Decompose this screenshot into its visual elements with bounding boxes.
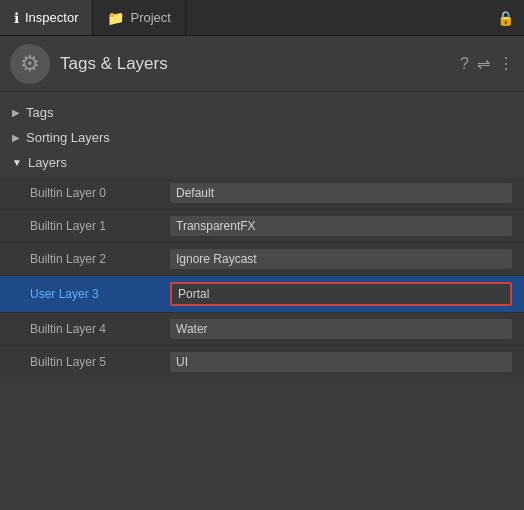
project-icon: 📁 [107,10,124,26]
layer-label-2: Builtin Layer 2 [30,252,170,266]
inspector-header: ⚙ Tags & Layers ? ⇌ ⋮ [0,36,524,92]
layers-arrow: ▼ [12,157,22,168]
layer-label-3: User Layer 3 [30,287,170,301]
layers-label: Layers [28,155,67,170]
tab-project-label: Project [130,10,170,25]
tab-bar: ℹ Inspector 📁 Project 🔒 [0,0,524,36]
help-button[interactable]: ? [460,55,469,73]
layer-label-5: Builtin Layer 5 [30,355,170,369]
layer-row-5[interactable]: Builtin Layer 5 [0,346,524,378]
tab-project[interactable]: 📁 Project [93,0,185,35]
layer-label-1: Builtin Layer 1 [30,219,170,233]
header-title: Tags & Layers [60,54,460,74]
gear-icon: ⚙ [10,44,50,84]
more-button[interactable]: ⋮ [498,54,514,73]
lock-icon: 🔒 [497,10,514,26]
layer-value-1[interactable] [170,216,512,236]
tab-inspector-label: Inspector [25,10,78,25]
layer-row-2[interactable]: Builtin Layer 2 [0,243,524,276]
layer-row-0[interactable]: Builtin Layer 0 [0,177,524,210]
tab-inspector[interactable]: ℹ Inspector [0,0,93,35]
layer-value-4[interactable] [170,319,512,339]
layer-row-3[interactable]: User Layer 3 [0,276,524,313]
inspector-content: ▶ Tags ▶ Sorting Layers ▼ Layers Builtin… [0,92,524,388]
layer-row-1[interactable]: Builtin Layer 1 [0,210,524,243]
layer-table: Builtin Layer 0 Builtin Layer 1 Builtin … [0,177,524,378]
layer-label-4: Builtin Layer 4 [30,322,170,336]
section-tags[interactable]: ▶ Tags [0,100,524,125]
section-layers[interactable]: ▼ Layers [0,150,524,175]
tags-arrow: ▶ [12,107,20,118]
tags-label: Tags [26,105,53,120]
layer-value-2[interactable] [170,249,512,269]
header-actions: ? ⇌ ⋮ [460,54,514,73]
layer-row-4[interactable]: Builtin Layer 4 [0,313,524,346]
layer-value-0[interactable] [170,183,512,203]
layer-value-3[interactable] [170,282,512,306]
layer-label-0: Builtin Layer 0 [30,186,170,200]
lock-button[interactable]: 🔒 [487,0,524,35]
section-sorting-layers[interactable]: ▶ Sorting Layers [0,125,524,150]
sorting-layers-arrow: ▶ [12,132,20,143]
sorting-layers-label: Sorting Layers [26,130,110,145]
settings-button[interactable]: ⇌ [477,54,490,73]
layer-value-5[interactable] [170,352,512,372]
inspector-icon: ℹ [14,10,19,26]
